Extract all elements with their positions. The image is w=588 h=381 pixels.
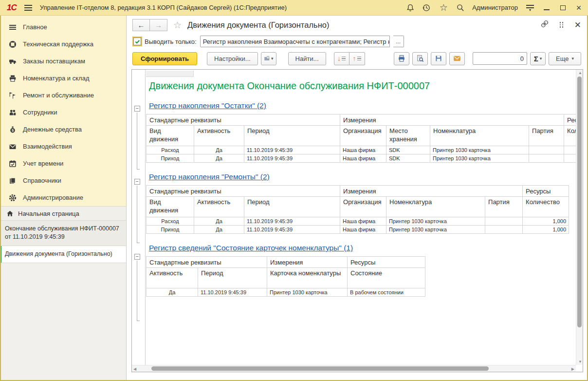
data-cell: Принтер 1030 карточка	[430, 154, 529, 163]
column-header-cell: Вид движения	[147, 197, 194, 217]
group-header-cell: Стандартные реквизиты	[147, 186, 340, 197]
filter-ellipsis-button[interactable]: ...	[393, 36, 404, 47]
data-cell: Принтер 1030 карточка	[430, 146, 529, 154]
current-user[interactable]: Администратор	[472, 4, 518, 11]
column-header-cell: Организация	[340, 126, 386, 146]
table-row: РасходДа11.10.2019 9:45:39Наша фирмаПрин…	[147, 217, 569, 226]
service-menu-icon[interactable]: ▾	[525, 4, 535, 11]
group-bracket-line	[137, 261, 140, 321]
register-link[interactable]: Регистр накопления "Остатки" (2)	[149, 100, 266, 112]
notifications-bell-icon[interactable]	[406, 3, 415, 12]
sidebar-item-books[interactable]: Справочники	[0, 172, 126, 189]
data-cell: Наша фирма	[340, 226, 386, 234]
column-header-cell: Период	[244, 197, 340, 217]
titlebar: 1С Управление IT-отделом 8, редакция 3.1…	[0, 0, 588, 16]
sidebar-item-label: Взаимодействия	[23, 143, 72, 150]
table-row: Да11.10.2019 9:45:39Принтер 1030 карточк…	[147, 288, 425, 297]
close-window-button[interactable]: ✕	[574, 20, 581, 30]
open-window-tab[interactable]: Окончание обслуживания НФИТ-000007 от 11…	[0, 221, 126, 246]
data-cell: Расход	[147, 146, 194, 154]
collapse-groups-button[interactable]: ↑	[349, 52, 365, 65]
sidebar-item-flags[interactable]: Ремонт и обслуживание	[0, 87, 126, 104]
get-link-icon[interactable]	[540, 19, 549, 30]
main-menu-icon[interactable]	[24, 3, 32, 12]
print-button[interactable]	[394, 52, 409, 65]
back-button[interactable]: ←	[132, 19, 150, 31]
sidebar-item-truck[interactable]: Заказы поставщикам	[0, 53, 126, 70]
sidebar-item-calendar[interactable]: Учет времени	[0, 155, 126, 172]
sum-field[interactable]	[473, 52, 527, 65]
group-header-cell: Стандартные реквизиты	[147, 257, 267, 268]
register-link[interactable]: Регистр сведений "Состояние карточек ном…	[149, 242, 422, 254]
find-button[interactable]: Найти...	[288, 52, 326, 65]
collapse-group-button[interactable]: −	[134, 254, 140, 260]
books-icon	[9, 177, 17, 185]
window-title: Движения документа (Горизонтально)	[187, 20, 329, 30]
vertical-scrollbar[interactable]: ▲ ▼	[576, 70, 583, 365]
column-header-cell: Вид движения	[147, 126, 194, 146]
column-header-cell: Партия	[529, 126, 564, 146]
filter-checkbox[interactable]	[133, 38, 141, 45]
scroll-up-icon[interactable]: ▲	[578, 71, 582, 75]
more-menu-icon[interactable]	[560, 22, 564, 28]
preview-icon	[416, 55, 424, 62]
horizontal-scrollbar[interactable]: ◀ ▶	[132, 365, 576, 372]
home-page-bar[interactable]: Начальная страница	[0, 206, 126, 221]
data-cell: SDK	[386, 154, 430, 163]
print-preview-button[interactable]	[412, 52, 428, 65]
data-cell	[564, 146, 576, 154]
scroll-left-icon[interactable]: ◀	[133, 367, 136, 371]
maximize-button[interactable]	[558, 3, 567, 12]
data-cell: Принтер 1030 карточка	[386, 226, 485, 234]
sidebar-item-money[interactable]: Денежные средства	[0, 121, 126, 138]
group-header-cell: Стандартные реквизиты	[147, 114, 340, 126]
register-link[interactable]: Регистр накопления "Ремонты" (2)	[149, 171, 270, 183]
open-window-tab[interactable]: Движения документа (Горизонтально)	[0, 246, 126, 263]
sidebar-item-printer[interactable]: Номенклатура и склад	[0, 70, 126, 87]
filter-row: Выводить только: Регистр накопления Взаи…	[127, 34, 588, 49]
history-icon[interactable]	[422, 3, 431, 12]
sidebar-empty-area	[0, 263, 126, 381]
report-variants-button[interactable]: ▾	[261, 52, 276, 65]
send-mail-button[interactable]	[449, 52, 465, 65]
sidebar-item-support[interactable]: Техническая поддержка	[0, 36, 126, 53]
filter-value-input[interactable]: Регистр накопления Взаиморасчеты с контр…	[200, 36, 390, 47]
calendar-icon	[9, 160, 17, 168]
minimize-button[interactable]	[542, 3, 551, 12]
save-button[interactable]	[431, 52, 446, 65]
grouping-strip: −−−	[132, 70, 146, 365]
data-cell: Приход	[147, 226, 194, 234]
sidebar-item-gear[interactable]: Администрирование	[0, 189, 126, 206]
settings-button[interactable]: Настройки...	[207, 52, 258, 65]
scroll-down-icon[interactable]: ▼	[578, 360, 582, 364]
sigma-icon: Σ	[534, 55, 538, 63]
group-header-cell: Измерения	[340, 186, 523, 197]
vertical-scroll-thumb[interactable]	[577, 76, 582, 327]
scroll-right-icon[interactable]: ▶	[571, 367, 574, 371]
column-header-cell: Состояние	[348, 268, 425, 288]
collapse-group-button[interactable]: −	[134, 106, 140, 112]
favorite-star-icon[interactable]: ☆	[173, 19, 182, 31]
sidebar-item-mail[interactable]: Взаимодействия	[0, 138, 126, 155]
app-window: 1С Управление IT-отделом 8, редакция 3.1…	[0, 0, 588, 381]
sidebar-item-people[interactable]: Сотрудники	[0, 104, 126, 121]
sort-descending-icon: ↓	[337, 55, 346, 62]
data-cell: В рабочем состоянии	[348, 288, 425, 297]
sidebar-item-label: Ремонт и обслуживание	[23, 92, 94, 99]
generate-button[interactable]: Сформировать	[132, 52, 197, 65]
sidebar-item-menu[interactable]: Главное	[0, 19, 126, 36]
close-app-button[interactable]: ×	[574, 3, 583, 12]
sheet-viewport: Движения документа Окончание обслуживани…	[146, 70, 576, 365]
group-header-cell: Измерения	[267, 257, 348, 268]
collapse-group-button[interactable]: −	[134, 179, 140, 185]
sum-function-button[interactable]: Σ▾	[530, 52, 546, 65]
favorites-star-icon[interactable]: ☆	[439, 3, 448, 12]
global-search-icon[interactable]	[456, 3, 465, 12]
truck-icon	[9, 57, 17, 65]
column-header-cell: Количество	[523, 197, 569, 217]
expand-groups-button[interactable]: ↓	[334, 52, 349, 65]
data-cell: Да	[194, 217, 244, 226]
horizontal-scroll-thumb[interactable]	[151, 366, 489, 371]
forward-button[interactable]: →	[150, 19, 167, 31]
more-actions-button[interactable]: Еще▾	[549, 52, 581, 65]
